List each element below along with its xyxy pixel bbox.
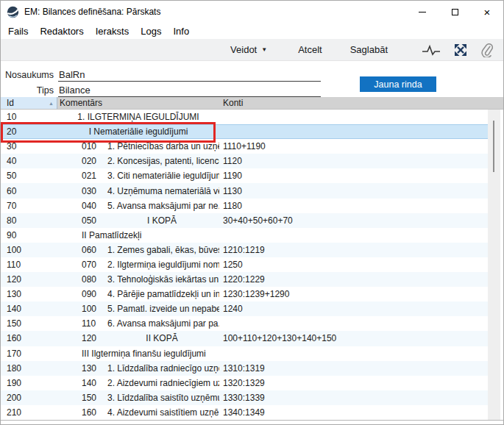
paperclip-icon[interactable] [480, 43, 493, 57]
cell-comment: III Ilgtermiņa finanšu ieguldījumi [57, 349, 219, 359]
cell-id: 170 [1, 349, 57, 359]
table-row[interactable]: 700405. Avansa maksājumi par ne...1180 [1, 199, 488, 213]
cell-comment: I KOPĀ [104, 215, 219, 226]
cell-konti: 1240 [219, 304, 488, 314]
menu-item-redaktors[interactable]: Redaktors [34, 26, 89, 37]
cell-comment: 1. Zemes gabali, ēkas, būves... [104, 245, 219, 255]
cell-id: 60 [1, 186, 57, 196]
column-header-id[interactable]: Id ▲ [1, 97, 57, 109]
pulse-icon[interactable] [422, 43, 441, 57]
cell-id: 120 [1, 274, 57, 285]
cell-comment: 1. Līdzdalība radniecīgo uzņē... [104, 363, 219, 374]
cell-konti: 1130 [219, 186, 488, 196]
cell-num: 130 [57, 363, 104, 374]
cell-num: 110 [57, 318, 104, 329]
table-row[interactable]: 20I Nemateriālie ieguldījumi [1, 124, 488, 139]
cell-comment: 2. Koncesijas, patenti, licence... [104, 156, 219, 166]
cell-id: 70 [1, 201, 57, 211]
table-row[interactable]: 2101604. Aizdevumi saistītiem uzņē...134… [1, 405, 488, 420]
cell-comment: 3. Citi nemateriālie ieguldījumi [104, 171, 219, 181]
table-row[interactable]: 170III Ilgtermiņa finanšu ieguldījumi [1, 346, 488, 361]
table-row[interactable]: 400202. Koncesijas, patenti, licence...1… [1, 154, 488, 168]
veidot-label: Veidot [230, 44, 257, 55]
sort-ascending-icon: ▲ [49, 101, 54, 106]
menu-item-info[interactable]: Info [167, 26, 195, 37]
table-body: 101. ILGTERMIŅA IEGULDĪJUMI20I Nemateriā… [1, 110, 488, 420]
column-header-komentars[interactable]: Komentārs [57, 97, 223, 109]
menu-item-fails[interactable]: Fails [2, 26, 34, 37]
cell-comment: 1. Pētniecības darba un uzņē... [104, 141, 219, 151]
cell-konti: 1190 [219, 171, 488, 181]
cell-konti: 1220:1229 [219, 274, 488, 285]
cell-konti: 1250 [219, 260, 488, 270]
table-row[interactable]: 2001503. Līdzdalība saistīto uzņēmu...13… [1, 390, 488, 405]
atcelt-button[interactable]: Atcelt [298, 44, 322, 55]
rows-table: Id ▲ Komentārs Konti 101. ILGTERMIŅA IEG… [1, 97, 504, 420]
cell-konti: 1230:1239+1290 [219, 289, 488, 299]
table-row[interactable]: 80050I KOPĀ30+40+50+60+70 [1, 213, 488, 228]
table-row[interactable]: 600304. Uzņēmuma nemateriālā vē...1130 [1, 183, 488, 198]
cell-konti: 1310:1319 [219, 363, 488, 374]
table-row[interactable]: 1000601. Zemes gabali, ēkas, būves...121… [1, 243, 488, 257]
close-icon: × [484, 7, 491, 18]
record-form: Nosaukums BalRn Tips Bilance Jauna rinda [1, 61, 503, 97]
table-row[interactable]: 90II Pamatlīdzekļi [1, 228, 488, 243]
scrollbar-thumb[interactable] [493, 121, 494, 172]
table-row[interactable]: 1300904. Pārējie pamatlīdzekļi un inv...… [1, 287, 488, 301]
minimize-icon [419, 12, 426, 12]
cell-id: 10 [1, 112, 57, 122]
cell-konti: 100+110+120+130+140+150 [219, 333, 488, 343]
cell-konti: 1320:1329 [219, 378, 488, 388]
cell-num: 040 [57, 201, 104, 211]
cell-comment: 4. Pārējie pamatlīdzekļi un inv... [104, 289, 219, 299]
tips-label: Tips [1, 85, 54, 97]
window-title: EM: Bilances definēšana: Pārskats [24, 7, 160, 17]
table-row[interactable]: 1100702. Ilgtermiņa ieguldījumi nom...12… [1, 257, 488, 272]
cell-num: 030 [57, 186, 104, 196]
cell-num: 020 [57, 156, 104, 166]
toolbar: Veidot ▼ Atcelt Saglabāt [1, 39, 503, 61]
cell-num: 070 [57, 260, 104, 270]
cell-num: 060 [57, 245, 104, 255]
menu-item-logs[interactable]: Logs [135, 26, 167, 37]
cell-id: 140 [1, 304, 57, 314]
table-row[interactable]: 1401005. Pamatl. izveide un nepabei...12… [1, 301, 488, 316]
cell-id: 30 [1, 141, 57, 151]
cell-comment: 5. Avansa maksājumi par ne... [104, 201, 219, 211]
saglabat-button[interactable]: Saglabāt [350, 44, 388, 55]
table-row[interactable]: 160120II KOPĀ100+110+120+130+140+150 [1, 331, 488, 346]
cell-id: 80 [1, 215, 57, 226]
nosaukums-input[interactable]: BalRn [58, 69, 321, 82]
column-header-konti-label: Konti [223, 98, 243, 108]
table-row[interactable]: 101. ILGTERMIŅA IEGULDĪJUMI [1, 110, 488, 124]
tips-input[interactable]: Bilance [58, 85, 321, 97]
table-row[interactable]: 1501106. Avansa maksājumi par pa... [1, 316, 488, 331]
table-row[interactable]: 300101. Pētniecības darba un uzņē...1110… [1, 139, 488, 154]
cell-comment: 3. Līdzdalība saistīto uzņēmu... [104, 393, 219, 403]
table-row[interactable]: 1200803. Tehnoloģiskās iekārtas un ...12… [1, 272, 488, 287]
column-header-komentars-label: Komentārs [60, 98, 102, 108]
column-header-konti[interactable]: Konti [223, 97, 504, 109]
table-row[interactable]: 1801301. Līdzdalība radniecīgo uzņē...13… [1, 361, 488, 376]
menu-item-ieraksts[interactable]: Ieraksts [90, 26, 135, 37]
maximize-button[interactable] [439, 1, 471, 23]
cell-id: 180 [1, 363, 57, 374]
expand-icon[interactable] [454, 43, 467, 57]
cell-num: 140 [57, 378, 104, 388]
cell-konti: 1110+1190 [219, 141, 488, 151]
table-row[interactable]: 500213. Citi nemateriālie ieguldījumi119… [1, 168, 488, 183]
table-row[interactable]: 1901402. Aizdevumi radniecīgiem uz...132… [1, 376, 488, 390]
close-button[interactable]: × [471, 1, 503, 23]
vertical-scrollbar[interactable] [488, 110, 500, 420]
table-header: Id ▲ Komentārs Konti [1, 97, 504, 110]
minimize-button[interactable] [406, 1, 439, 23]
new-row-button[interactable]: Jauna rinda [360, 76, 436, 92]
cell-konti: 1120 [219, 156, 488, 166]
cell-konti: 1330:1339 [219, 393, 488, 403]
chevron-down-icon: ▼ [261, 46, 267, 53]
cell-id: 40 [1, 156, 57, 166]
veidot-button[interactable]: Veidot ▼ [230, 44, 267, 55]
nosaukums-label: Nosaukums [1, 70, 54, 82]
cell-konti: 30+40+50+60+70 [219, 215, 488, 226]
cell-comment: 1. ILGTERMIŅA IEGULDĪJUMI [57, 112, 219, 122]
